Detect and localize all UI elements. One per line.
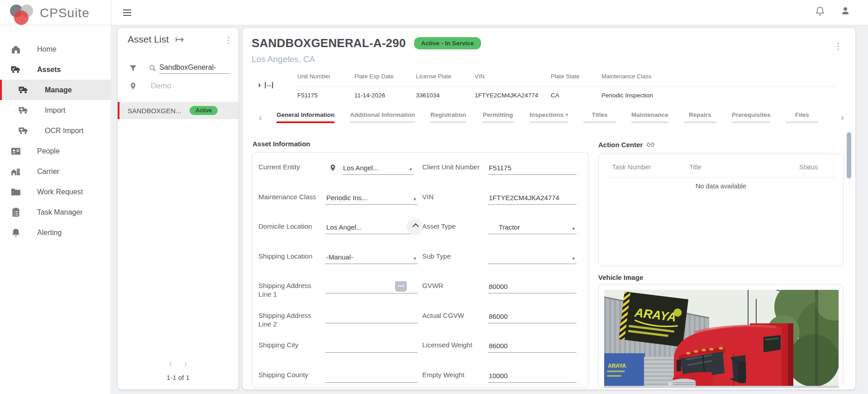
location-pin-icon [129,82,137,91]
tab-additional-information[interactable]: Additional Information [344,111,421,123]
actual-cgvw-input[interactable]: 86000 [488,311,577,323]
status-badge: Active - In Service [414,37,481,49]
chevron-up-icon [412,223,419,230]
chevron-down-icon: ▾ [572,256,575,261]
sidebar-item-people[interactable]: People [0,141,111,161]
tab-registration[interactable]: Registration [424,111,472,123]
id-card-icon [10,146,21,157]
asset-item-name: SANDBOXGEN... [128,107,184,115]
field-label: Sub Type [422,252,480,282]
sidebar-item-ocr-import[interactable]: OCR Import [0,120,111,141]
domicile-location-select[interactable]: Los Angel... ▾ [325,222,418,234]
collapse-section-button[interactable] [406,218,423,235]
vertical-scrollbar[interactable] [847,132,851,178]
summary-resize-icon[interactable]: |↔| [264,81,273,88]
summary-col-header: Plate State [551,73,580,80]
tab-files[interactable]: Files [780,111,824,123]
next-page-icon[interactable]: › [184,359,187,369]
tab-prerequisites[interactable]: Prerequisites [726,111,777,123]
summary-value: F51175 [297,92,318,99]
gvwr-input[interactable]: 80000 [488,281,577,293]
asset-search-input[interactable] [159,62,230,74]
summary-col-header: Plate Exp Date [354,73,394,80]
summary-value: Periodic Inspection [601,92,653,99]
licensed-weight-input[interactable]: 86000 [488,341,577,353]
prev-page-icon[interactable]: ‹ [169,359,172,369]
address-lookup-button[interactable]: •••| [395,281,407,292]
summary-value: 1FTYE2CM4JKA24774 [475,92,538,99]
tab-permitting[interactable]: Permitting [476,111,520,123]
shipping-city-input[interactable] [325,341,418,353]
client-unit-number-input[interactable]: F51175 [488,163,577,175]
shipping-address-line1-input[interactable]: •••| [325,281,418,293]
current-entity-select[interactable]: Los Angel... ▾ [342,163,414,175]
asset-type-select[interactable]: Tractor ▾ [488,222,577,234]
sidebar-item-alerting[interactable]: Alerting [0,222,111,243]
asset-item-status-badge: Active [190,106,218,115]
home-icon [10,44,21,55]
building-icon [10,166,21,177]
asset-detail-panel: SANDBOXGENERAL-A-290 Active - In Service… [243,28,855,389]
truck-check-icon [18,85,29,96]
tab-inspections[interactable]: Inspections ▾ [524,111,574,123]
vehicle-image-card: ARAYA ARAYA [598,284,844,388]
asset-list-kebab-icon[interactable]: ⋮ [224,35,233,45]
sidebar-item-import[interactable]: Import [0,100,111,120]
asset-list-item[interactable]: SANDBOXGEN... Active [118,102,238,119]
tab-maintenance[interactable]: Maintenance [625,111,674,123]
logo-circles-icon [7,3,37,24]
expand-panel-icon[interactable]: ↦ [175,34,184,45]
search-icon [148,64,157,72]
field-label: Shipping County [258,370,316,390]
shipping-county-input[interactable] [325,370,418,383]
field-label: Shipping Address Line 2 [258,311,316,341]
field-label: GVWR [422,281,480,311]
vehicle-photo[interactable]: ARAYA ARAYA [604,290,839,388]
field-label: Shipping City [258,341,316,370]
shipping-location-select[interactable]: -Manual- ▾ [325,252,418,264]
field-label: VIN [422,192,480,222]
summary-value: CA [551,92,559,99]
tabs-scroll-right-icon[interactable]: › [841,112,844,122]
field-label: Actual CGVW [422,311,480,341]
field-label: Shipping Location [258,252,316,282]
truck-import-icon [18,105,29,116]
link-icon[interactable] [646,140,655,149]
empty-weight-input[interactable]: 10000 [488,370,577,383]
folder-icon [10,187,21,197]
summary-col-header: License Plate [416,73,451,80]
tabs-scroll-left-icon[interactable]: ‹ [259,112,262,122]
sub-type-select[interactable]: ▾ [488,252,577,264]
sidebar-item-home[interactable]: Home [0,39,111,59]
maintenance-class-select[interactable]: Periodic Ins... ▾ [325,192,418,205]
summary-col-header: Unit Number [297,73,330,80]
menu-icon[interactable] [121,7,133,18]
summary-expand-icon[interactable]: › [258,80,261,90]
sidebar-item-work-request[interactable]: Work Request [0,182,111,202]
vehicle-image-title: Vehicle Image [598,274,643,281]
sidebar-item-assets[interactable]: Assets [0,59,111,80]
action-col-header: Task Number [612,163,651,171]
filter-funnel-icon[interactable] [129,64,138,73]
tab-repairs[interactable]: Repairs [678,111,722,123]
sidebar: Home Assets Manage Import OCR Import Peo… [0,25,111,394]
tab-titles[interactable]: Titles [577,111,622,123]
vin-input[interactable]: 1FTYE2CM4JKA24774 [488,192,577,205]
location-filter-input[interactable] [151,82,228,91]
tab-general-information[interactable]: General Information [271,111,340,123]
chevron-down-icon: ▾ [566,112,568,117]
topbar-divider [111,0,112,25]
chevron-down-icon: ▾ [414,197,416,202]
field-label: Empty Weight [422,370,480,390]
sidebar-item-carrier[interactable]: Carrier [0,161,111,182]
user-account-icon[interactable] [840,5,851,16]
sidebar-item-manage[interactable]: Manage [0,80,111,100]
notifications-bell-icon[interactable] [815,5,825,16]
shipping-address-line2-input[interactable] [325,311,418,323]
field-label: Maintenance Class [258,192,316,222]
detail-kebab-icon[interactable]: ⋮ [834,41,843,51]
entity-pin-icon[interactable] [329,163,337,172]
sidebar-item-task-manager[interactable]: Task Manager [0,202,111,222]
field-label: Shipping Address Line 1 [258,281,316,311]
asset-information-title: Asset Information [253,140,310,148]
